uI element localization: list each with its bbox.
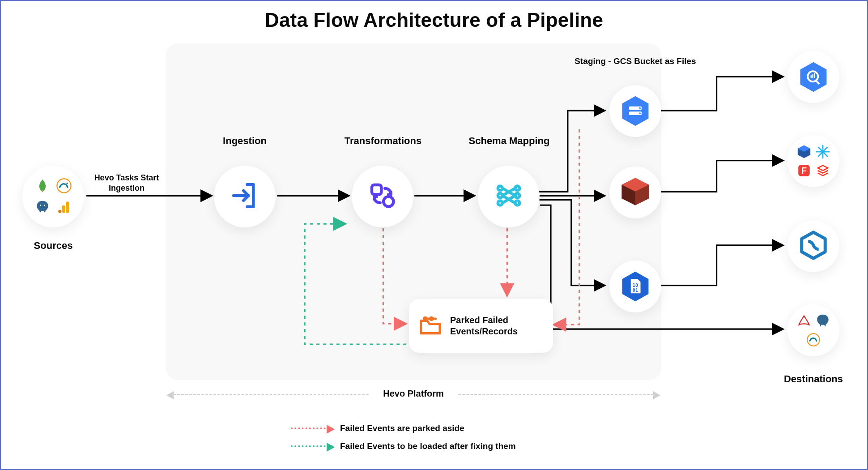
gcs-icon — [621, 95, 650, 127]
firebolt-icon: F — [796, 163, 812, 178]
sources-label: Sources — [22, 240, 84, 252]
svg-point-19 — [639, 107, 641, 109]
legend-green-text: Failed Events to be loaded after fixing … — [340, 441, 516, 451]
aws-s3-icon — [618, 175, 652, 210]
ingestion-node — [214, 166, 276, 227]
binary-file-icon: 10 01 — [621, 270, 650, 303]
parked-line1: Parked Failed — [450, 315, 518, 326]
staging-s3-node — [609, 167, 661, 218]
svg-point-9 — [383, 197, 393, 206]
bigquery-icon — [799, 61, 828, 93]
transformations-label: Transformations — [337, 135, 429, 147]
svg-rect-5 — [66, 201, 69, 213]
destination-synapse-node — [787, 220, 839, 272]
svg-rect-8 — [372, 185, 381, 194]
schema-mapping-icon — [494, 181, 523, 212]
destination-warehouses-node: F — [787, 135, 839, 187]
legend-red-line-icon — [291, 427, 333, 429]
svg-rect-31 — [811, 75, 812, 78]
legend-green-line-icon — [291, 445, 333, 447]
mysql-icon — [806, 332, 821, 347]
destination-databases-node — [787, 304, 839, 356]
legend-red-row: Failed Events are parked aside — [291, 423, 516, 433]
svg-text:F: F — [801, 166, 807, 175]
svg-text:01: 01 — [633, 287, 638, 293]
postgresql-icon — [35, 200, 50, 215]
azure-synapse-icon — [798, 230, 829, 263]
ingestion-label: Ingestion — [214, 135, 276, 147]
destination-bigquery-node — [787, 51, 839, 103]
svg-marker-16 — [622, 96, 649, 126]
svg-rect-33 — [814, 73, 815, 78]
mysql-icon — [56, 178, 72, 193]
svg-point-1 — [57, 179, 71, 192]
schema-mapping-label: Schema Mapping — [464, 135, 554, 147]
staging-gcs-node — [609, 85, 661, 137]
svg-point-7 — [58, 210, 61, 213]
databricks-icon — [815, 163, 830, 178]
destinations-label: Destinations — [775, 373, 852, 385]
sqlserver-icon — [796, 313, 812, 329]
svg-point-39 — [807, 333, 820, 346]
transformations-node — [352, 166, 413, 227]
svg-point-3 — [40, 205, 41, 206]
postgresql-icon — [815, 313, 830, 329]
sources-node — [22, 166, 84, 227]
parked-line2: Events/Records — [450, 326, 518, 337]
ingestion-edge-caption: Hevo Tasks Start Ingestion — [89, 173, 165, 193]
mongodb-icon — [35, 178, 50, 193]
staging-binary-node: 10 01 — [609, 261, 661, 312]
redshift-icon — [796, 144, 812, 159]
svg-point-20 — [639, 112, 641, 114]
snowflake-icon — [815, 144, 830, 159]
staging-label: Staging - GCS Bucket as Files — [564, 56, 707, 66]
transformations-icon — [368, 181, 397, 212]
diagram-title: Data Flow Architecture of a Pipeline — [1, 9, 867, 31]
google-analytics-icon — [56, 200, 72, 215]
svg-text:10: 10 — [633, 282, 638, 288]
legend-green-row: Failed Events to be loaded after fixing … — [291, 441, 516, 451]
svg-point-4 — [44, 205, 45, 206]
svg-rect-32 — [812, 74, 813, 78]
parked-folder-icon — [418, 312, 443, 339]
diagram-canvas: Data Flow Architecture of a Pipeline — [0, 0, 868, 470]
platform-label: Hevo Platform — [166, 389, 661, 399]
schema-mapping-node — [478, 166, 540, 227]
svg-point-2 — [66, 183, 68, 184]
parked-failed-events-box: Parked Failed Events/Records — [409, 299, 553, 353]
svg-rect-0 — [42, 190, 43, 192]
ingestion-icon — [230, 181, 260, 212]
svg-rect-6 — [62, 205, 65, 213]
legend-red-text: Failed Events are parked aside — [340, 423, 464, 433]
legend: Failed Events are parked aside Failed Ev… — [291, 423, 516, 451]
